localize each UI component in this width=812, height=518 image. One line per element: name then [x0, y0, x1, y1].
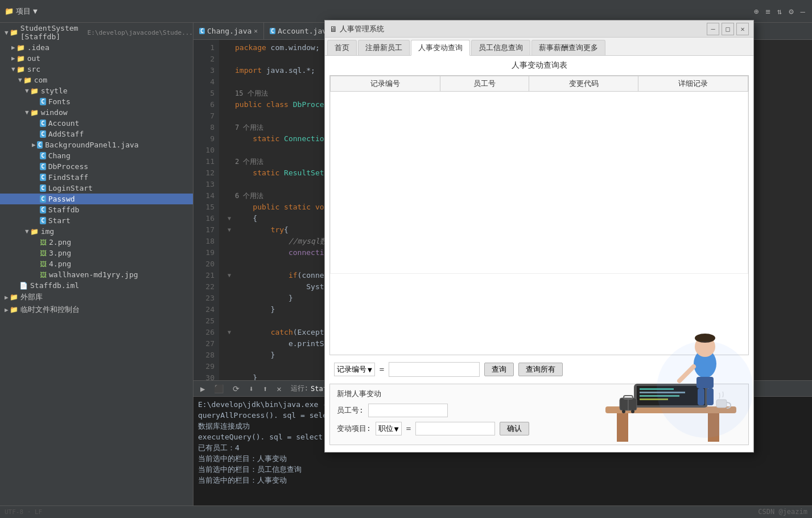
- ln-15: 15: [193, 202, 215, 213]
- sidebar-item-2png[interactable]: 🖼 2.png: [0, 237, 193, 248]
- sidebar-item-img[interactable]: ▼ 📁 img: [0, 226, 193, 237]
- win-maximize-btn[interactable]: □: [722, 23, 734, 35]
- change-value-input[interactable]: [415, 422, 495, 435]
- sidebar-item-findstaff[interactable]: C FindStaff: [0, 172, 193, 183]
- toolbar-btn-5[interactable]: —: [798, 6, 807, 17]
- ln-10: 10: [193, 145, 215, 156]
- sidebar-item-account[interactable]: C Account: [0, 118, 193, 129]
- sidebar-item-idea[interactable]: ▶ 📁 .idea: [0, 42, 193, 53]
- idea-folder-icon: 📁: [17, 44, 25, 52]
- sidebar-item-fonts[interactable]: C Fonts: [0, 96, 193, 107]
- toolbar-btn-1[interactable]: ⊕: [752, 6, 761, 17]
- confirm-btn[interactable]: 确认: [500, 422, 529, 435]
- root-label: StudentSystem [Staffdb]: [20, 24, 85, 41]
- stytle-arrow: ▼: [25, 87, 29, 94]
- sidebar-item-wallhaven[interactable]: 🖼 wallhaven-md1yry.jpg: [0, 269, 193, 280]
- sidebar-item-chang[interactable]: C Chang: [0, 150, 193, 161]
- ln-17: 17: [193, 224, 215, 236]
- sidebar-item-window[interactable]: ▼ 📁 window: [0, 107, 193, 118]
- win-title-icon: 🖥: [329, 24, 337, 34]
- com-arrow: ▼: [18, 76, 22, 84]
- project-dropdown-icon: ▼: [33, 7, 38, 15]
- sidebar-item-passwd[interactable]: C Passwd: [0, 194, 193, 204]
- img-folder-icon: 📁: [30, 228, 39, 236]
- bgpanel-arrow: ▶: [32, 141, 36, 149]
- win-titlebar: 🖥 人事管理系统 — □ ✕: [325, 20, 753, 38]
- table-area[interactable]: 记录编号 员工号 变更代码 详细记录: [329, 75, 749, 355]
- app-tab-personnel[interactable]: 人事变动查询: [411, 40, 470, 56]
- 3png-label: 3.png: [49, 249, 71, 257]
- sidebar-item-loginstart[interactable]: C LoginStart: [0, 183, 193, 194]
- sidebar-item-src[interactable]: ▼ 📁 src: [0, 64, 193, 75]
- tab-chang[interactable]: C Chang.java ✕: [193, 23, 264, 39]
- tmp-label: 临时文件和控制台: [20, 305, 80, 315]
- sidebar-item-staffdb[interactable]: C Staffdb: [0, 204, 193, 215]
- out-arrow: ▶: [11, 55, 15, 62]
- sidebar-item-start[interactable]: C Start: [0, 215, 193, 226]
- svg-rect-1: [617, 413, 628, 442]
- toolbar-btn-4[interactable]: ⚙: [786, 6, 795, 17]
- project-label[interactable]: 📁 项目 ▼: [5, 6, 38, 17]
- bgpanel-label: BackgroundPanel1.java: [45, 141, 138, 149]
- sidebar-root[interactable]: ▼ 📁 StudentSystem [Staffdb] E:\develop\j…: [0, 23, 193, 42]
- search-field-arrow: ▼: [368, 365, 372, 374]
- tab-account-icon: C: [270, 28, 275, 34]
- bottom-icon-1[interactable]: ▶: [198, 383, 207, 394]
- bottom-icon-2[interactable]: ⬛: [212, 383, 226, 394]
- search-btn[interactable]: 查询: [484, 363, 514, 376]
- sidebar: ▼ 📁 StudentSystem [Staffdb] E:\develop\j…: [0, 23, 193, 505]
- start-label: Start: [48, 216, 71, 225]
- tab-chang-icon: C: [199, 28, 205, 34]
- extern-arrow: ▶: [5, 294, 9, 301]
- search-input[interactable]: [389, 362, 480, 377]
- app-tab-home[interactable]: 首页: [327, 40, 357, 55]
- findstaff-label: FindStaff: [48, 173, 88, 182]
- bottom-icon-6[interactable]: ✕: [274, 383, 283, 394]
- sidebar-item-addstaff[interactable]: C AddStaff: [0, 129, 193, 139]
- sidebar-item-3png[interactable]: 🖼 3.png: [0, 248, 193, 258]
- root-folder-icon: 📁: [10, 28, 18, 36]
- win-title-text: 人事管理系统: [340, 24, 384, 34]
- bgpanel-class-icon: C: [37, 141, 43, 149]
- sidebar-item-staffdbiml[interactable]: 📄 Staffdb.iml: [0, 280, 193, 291]
- com-label: com: [34, 76, 47, 84]
- sidebar-item-out[interactable]: ▶ 📁 out: [0, 53, 193, 64]
- toolbar-btn-2[interactable]: ≡: [763, 6, 772, 17]
- sidebar-item-dbprocess[interactable]: C DbProcess: [0, 161, 193, 172]
- search-all-btn[interactable]: 查询所有: [518, 363, 563, 376]
- sidebar-item-extern[interactable]: ▶ 📁 外部库: [0, 291, 193, 303]
- sidebar-item-tmp[interactable]: ▶ 📁 临时文件和控制台: [0, 303, 193, 316]
- idea-label: .idea: [27, 43, 50, 52]
- account-class-icon: C: [40, 120, 46, 127]
- app-tab-salary[interactable]: 薪事薪酬查询更多: [531, 40, 605, 55]
- sidebar-item-bgpanel[interactable]: ▶ C BackgroundPanel1.java: [0, 139, 193, 150]
- sidebar-item-com[interactable]: ▼ 📁 com: [0, 75, 193, 85]
- img-arrow: ▼: [25, 228, 29, 235]
- col-change-code: 变更代码: [529, 76, 638, 92]
- app-tab-employee[interactable]: 员工信息查询: [471, 40, 530, 55]
- 4png-label: 4.png: [49, 260, 71, 268]
- bottom-icon-5[interactable]: ⬆: [261, 383, 270, 394]
- win-close-btn[interactable]: ✕: [736, 23, 749, 35]
- staffdb-label: Staffdb: [48, 205, 80, 214]
- root-arrow: ▼: [5, 29, 9, 36]
- bottom-icon-4[interactable]: ⬇: [246, 383, 255, 394]
- app-tab-register[interactable]: 注册新员工: [358, 40, 410, 55]
- search-field-dropdown[interactable]: 记录编号 ▼: [334, 363, 375, 376]
- wallhaven-label: wallhaven-md1yry.jpg: [49, 270, 138, 279]
- bottom-icon-3[interactable]: ⟳: [230, 383, 242, 394]
- col-detail: 详细记录: [638, 76, 748, 92]
- sidebar-item-stytle[interactable]: ▼ 📁 stytle: [0, 85, 193, 96]
- svg-point-20: [622, 410, 625, 413]
- tab-chang-close[interactable]: ✕: [254, 27, 258, 35]
- passwd-label: Passwd: [48, 195, 75, 203]
- passwd-class-icon: C: [40, 195, 46, 203]
- search-field-label: 记录编号: [337, 364, 366, 375]
- sidebar-item-4png[interactable]: 🖼 4.png: [0, 258, 193, 269]
- dbprocess-class-icon: C: [40, 163, 46, 170]
- staffdb-class-icon: C: [40, 206, 46, 213]
- change-dropdown[interactable]: 职位 ▼: [376, 422, 402, 435]
- toolbar-btn-3[interactable]: ⇅: [775, 6, 784, 17]
- emp-id-input[interactable]: [368, 404, 448, 417]
- win-minimize-btn[interactable]: —: [707, 23, 719, 35]
